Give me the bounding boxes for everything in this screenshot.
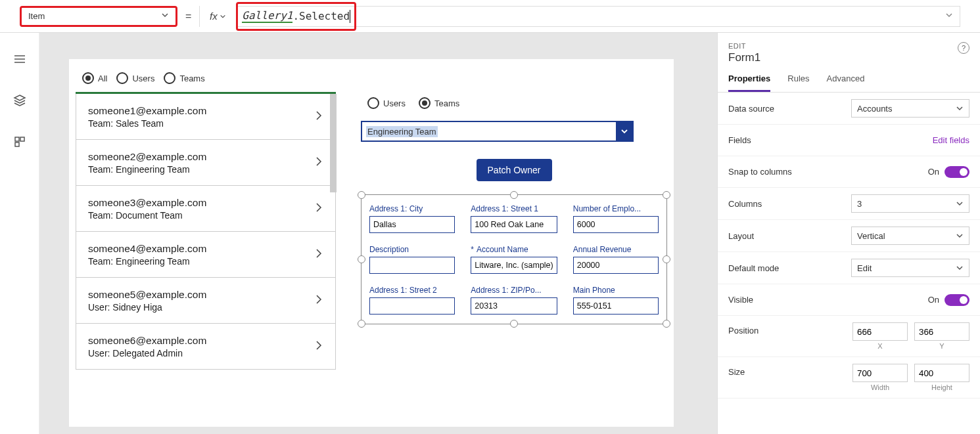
address1-street2-input[interactable]	[369, 297, 455, 315]
owner-type-radio-group: Users Teams	[361, 97, 667, 109]
property-dropdown-label: Item	[28, 11, 45, 21]
combobox-value: Engineering Team	[366, 126, 438, 137]
formula-input[interactable]: Gallery1 .Selected	[237, 6, 960, 27]
layout-dropdown[interactable]: Vertical	[851, 227, 969, 245]
app-preview: All Users Teams someone1@example.comTeam…	[69, 59, 674, 427]
form-field: Description	[369, 245, 455, 274]
default-mode-dropdown[interactable]: Edit	[851, 259, 969, 277]
chevron-down-icon	[616, 121, 633, 142]
label-default-mode: Default mode	[728, 263, 779, 273]
resize-handle[interactable]	[358, 320, 365, 328]
label-position: Position	[728, 322, 758, 336]
chevron-right-icon	[314, 293, 323, 308]
patch-owner-button[interactable]: Patch Owner	[477, 159, 552, 181]
form-field: Address 1: CityDallas	[369, 204, 455, 233]
radio-teams-2[interactable]: Teams	[419, 97, 459, 109]
label-size: Size	[728, 364, 745, 377]
chevron-right-icon	[314, 247, 323, 262]
label-datasource: Data source	[728, 104, 774, 114]
hamburger-icon[interactable]	[13, 53, 26, 68]
label-visible: Visible	[728, 295, 753, 305]
tab-advanced[interactable]: Advanced	[827, 74, 865, 92]
resize-handle[interactable]	[358, 191, 365, 199]
formula-token-gallery1: Gallery1	[242, 9, 292, 23]
size-width-input[interactable]	[852, 364, 908, 382]
components-icon[interactable]	[13, 135, 26, 150]
tab-rules[interactable]: Rules	[787, 74, 809, 92]
annual-revenue-input[interactable]: 20000	[573, 257, 659, 274]
chevron-right-icon	[314, 339, 323, 354]
team-combobox[interactable]: Engineering Team	[361, 121, 634, 142]
label-snap: Snap to columns	[728, 167, 792, 177]
resize-handle[interactable]	[663, 191, 670, 199]
formula-token-selected: .Selected	[292, 10, 350, 22]
text-cursor	[350, 10, 350, 23]
chevron-right-icon	[314, 155, 323, 170]
radio-teams[interactable]: Teams	[164, 72, 204, 84]
equals-sign: =	[185, 11, 191, 22]
form-field: Address 1: Street 2	[369, 286, 455, 315]
chevron-down-icon	[161, 11, 169, 21]
columns-dropdown[interactable]: 3	[851, 194, 969, 213]
formula-highlight: Gallery1 .Selected	[236, 2, 356, 31]
properties-panel: EDIT Form1 ? Properties Rules Advanced D…	[717, 33, 980, 434]
edit-fields-link[interactable]: Edit fields	[933, 135, 969, 145]
address1-zip-input[interactable]: 20313	[471, 297, 557, 315]
position-y-input[interactable]	[914, 322, 969, 341]
gallery-item[interactable]: someone6@example.comUser: Delegated Admi…	[76, 324, 336, 370]
panel-tabs: Properties Rules Advanced	[718, 67, 980, 93]
snap-toggle[interactable]	[945, 166, 969, 178]
radio-users-2[interactable]: Users	[367, 97, 406, 109]
size-height-input[interactable]	[914, 364, 969, 382]
datasource-dropdown[interactable]: Accounts	[851, 99, 969, 118]
resize-handle[interactable]	[663, 320, 670, 328]
property-dropdown[interactable]: Item	[20, 6, 177, 27]
label-layout: Layout	[728, 231, 754, 241]
canvas-area[interactable]: All Users Teams someone1@example.comTeam…	[39, 33, 717, 434]
address1-street1-input[interactable]: 100 Red Oak Lane	[471, 216, 557, 233]
help-icon[interactable]: ?	[958, 42, 969, 54]
form1-selection[interactable]: Address 1: CityDallas Address 1: Street …	[361, 194, 667, 324]
account-name-input[interactable]: Litware, Inc. (sample)	[471, 257, 557, 274]
scrollbar[interactable]	[330, 94, 337, 192]
form-field: Address 1: Street 1100 Red Oak Lane	[471, 204, 557, 233]
resize-handle[interactable]	[510, 191, 518, 199]
visible-toggle[interactable]	[945, 294, 969, 306]
left-rail	[0, 33, 39, 434]
main-phone-input[interactable]: 555-0151	[573, 297, 659, 315]
resize-handle[interactable]	[510, 320, 518, 328]
form-field: Main Phone555-0151	[573, 286, 659, 315]
chevron-right-icon	[314, 109, 323, 124]
gallery-item[interactable]: someone4@example.comTeam: Engineering Te…	[76, 232, 336, 278]
formula-expand-icon[interactable]	[945, 11, 953, 21]
fx-button[interactable]: fx	[199, 6, 229, 27]
gallery1[interactable]: someone1@example.comTeam: Sales Team som…	[76, 92, 336, 370]
resize-handle[interactable]	[358, 255, 365, 263]
resize-handle[interactable]	[663, 255, 670, 263]
layers-icon[interactable]	[13, 94, 26, 109]
gallery-item[interactable]: someone2@example.comTeam: Engineering Te…	[76, 140, 336, 186]
filter-radio-group: All Users Teams	[76, 68, 667, 92]
label-columns: Columns	[728, 199, 762, 209]
label-fields: Fields	[728, 135, 751, 145]
form-field: Number of Emplo...6000	[573, 204, 659, 233]
employees-input[interactable]: 6000	[573, 216, 659, 233]
tab-properties[interactable]: Properties	[728, 74, 770, 92]
chevron-right-icon	[314, 201, 323, 216]
gallery-item[interactable]: someone5@example.comUser: Sidney Higa	[76, 278, 336, 324]
radio-users[interactable]: Users	[116, 72, 154, 84]
form-field: Address 1: ZIP/Po...20313	[471, 286, 557, 315]
form-field: *Account NameLitware, Inc. (sample)	[471, 245, 557, 274]
position-x-input[interactable]	[852, 322, 908, 341]
address1-city-input[interactable]: Dallas	[369, 216, 455, 233]
formula-bar: Item = fx Gallery1 .Selected	[0, 0, 980, 33]
panel-mode: EDIT	[728, 42, 760, 50]
radio-all[interactable]: All	[82, 72, 107, 84]
gallery-item[interactable]: someone3@example.comTeam: Document Team	[76, 186, 336, 232]
gallery-item[interactable]: someone1@example.comTeam: Sales Team	[76, 94, 336, 140]
form-field: Annual Revenue20000	[573, 245, 659, 274]
panel-title: Form1	[728, 51, 760, 64]
description-input[interactable]	[369, 257, 455, 274]
